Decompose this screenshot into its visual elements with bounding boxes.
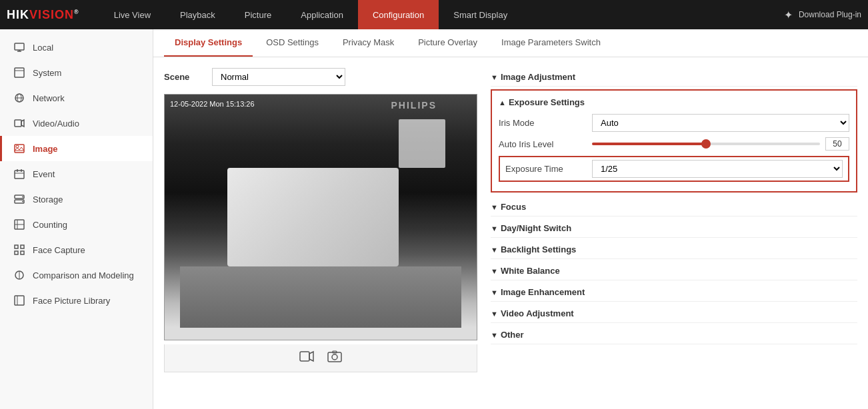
other-header[interactable]: ▼ Other	[491, 326, 857, 344]
image-adjustment-header[interactable]: ▼ Image Adjustment	[491, 68, 857, 87]
exposure-settings-header[interactable]: ▲ Exposure Settings	[499, 97, 849, 107]
white-balance-header[interactable]: ▼ White Balance	[491, 262, 857, 280]
preview-timestamp: 12-05-2022 Mon 15:13:26	[170, 100, 255, 108]
focus-section: ▼ Focus	[491, 198, 857, 216]
scene-row: Scene Normal Indoor Outdoor Low Light	[164, 68, 477, 86]
sidebar-item-local[interactable]: Local	[0, 35, 153, 60]
focus-header[interactable]: ▼ Focus	[491, 198, 857, 216]
preview-controls	[164, 344, 477, 372]
exposure-settings-label: Exposure Settings	[509, 97, 585, 107]
sidebar-item-network[interactable]: Network	[0, 85, 153, 111]
content: Display Settings OSD Settings Privacy Ma…	[153, 29, 868, 409]
svg-rect-0	[15, 43, 24, 50]
sidebar-label-storage: Storage	[33, 195, 63, 204]
image-enhancement-header[interactable]: ▼ Image Enhancement	[491, 283, 857, 302]
svg-point-19	[22, 197, 23, 198]
video-adjustment-section: ▼ Video Adjustment	[491, 304, 857, 323]
focus-arrow: ▼	[491, 203, 498, 211]
day-night-label: Day/Night Switch	[501, 223, 571, 233]
svg-rect-32	[300, 352, 309, 361]
scene-select[interactable]: Normal Indoor Outdoor Low Light	[212, 68, 345, 86]
system-icon	[13, 66, 26, 79]
download-plugin[interactable]: ✦ Download Plug-in	[781, 9, 861, 21]
logo-accent: VISION	[29, 8, 74, 21]
video-adjustment-header[interactable]: ▼ Video Adjustment	[491, 304, 857, 323]
monitor-icon	[13, 41, 26, 54]
logo-text: HIK	[7, 8, 29, 21]
svg-rect-25	[21, 245, 24, 248]
iris-mode-row: Iris Mode Auto Manual Fixed	[499, 114, 849, 132]
sidebar-label-face-capture: Face Capture	[33, 245, 85, 255]
nav-playback[interactable]: Playback	[165, 0, 230, 29]
sidebar-label-face-library: Face Picture Library	[33, 296, 110, 306]
sidebar-label-comparison: Comparison and Modeling	[33, 270, 134, 280]
sidebar-label-local: Local	[33, 43, 53, 53]
sidebar-item-face-library[interactable]: Face Picture Library	[0, 288, 153, 313]
right-panel: ▼ Image Adjustment ▲ Exposure Settings I…	[491, 68, 857, 372]
focus-label: Focus	[501, 202, 526, 212]
auto-iris-level-row: Auto Iris Level 50	[499, 137, 849, 151]
svg-rect-26	[15, 251, 18, 254]
iris-mode-select[interactable]: Auto Manual Fixed	[592, 114, 849, 132]
tab-image-params[interactable]: Image Parameters Switch	[491, 29, 611, 57]
event-icon	[13, 167, 26, 181]
video-adjustment-label: Video Adjustment	[501, 308, 574, 318]
backlight-header[interactable]: ▼ Backlight Settings	[491, 240, 857, 259]
compare-icon	[13, 268, 26, 282]
sidebar-item-system[interactable]: System	[0, 60, 153, 85]
sidebar-item-face-capture[interactable]: Face Capture	[0, 237, 153, 262]
sidebar-item-event[interactable]: Event	[0, 161, 153, 187]
nav-configuration[interactable]: Configuration	[358, 0, 439, 29]
snapshot-button[interactable]	[327, 350, 342, 366]
tab-display-settings[interactable]: Display Settings	[164, 29, 253, 57]
sidebar-label-network: Network	[33, 93, 65, 103]
sidebar-item-storage[interactable]: Storage	[0, 187, 153, 212]
tab-picture-overlay[interactable]: Picture Overlay	[407, 29, 488, 57]
sidebar-item-counting[interactable]: Counting	[0, 212, 153, 237]
svg-marker-9	[21, 120, 24, 127]
nav-picture[interactable]: Picture	[230, 0, 286, 29]
auto-iris-level-label: Auto Iris Level	[499, 139, 585, 149]
exposure-time-label: Exposure Time	[505, 164, 592, 174]
iris-mode-label: Iris Mode	[499, 118, 585, 128]
auto-iris-slider-thumb[interactable]	[701, 139, 711, 149]
image-enhancement-label: Image Enhancement	[501, 287, 585, 297]
day-night-header[interactable]: ▼ Day/Night Switch	[491, 219, 857, 238]
sidebar-label-system: System	[33, 68, 61, 78]
svg-point-35	[332, 354, 337, 360]
svg-marker-33	[309, 352, 313, 361]
plugin-icon: ✦	[784, 9, 793, 21]
svg-rect-30	[15, 296, 24, 305]
left-panel: Scene Normal Indoor Outdoor Low Light 12…	[164, 68, 477, 372]
image-adjustment-arrow: ▼	[491, 73, 498, 81]
tab-osd-settings[interactable]: OSD Settings	[255, 29, 329, 57]
day-night-arrow: ▼	[491, 224, 498, 232]
storage-icon	[13, 193, 26, 206]
exposure-time-select[interactable]: 1/25 1/50 1/100 1/250 1/500 1/1000 1/200…	[592, 160, 843, 178]
nav-application[interactable]: Application	[286, 0, 358, 29]
content-area: Scene Normal Indoor Outdoor Low Light 12…	[153, 57, 868, 383]
image-enhancement-arrow: ▼	[491, 288, 498, 296]
face-icon	[13, 243, 26, 256]
image-adjustment-section: ▼ Image Adjustment	[491, 68, 857, 87]
counting-icon	[13, 218, 26, 231]
exposure-time-row: Exposure Time 1/25 1/50 1/100 1/250 1/50…	[499, 156, 849, 182]
image-icon	[13, 142, 26, 155]
day-night-section: ▼ Day/Night Switch	[491, 219, 857, 238]
sidebar: Local System Network Video/Audio Image	[0, 29, 153, 409]
sidebar-label-counting: Counting	[33, 220, 67, 230]
record-button[interactable]	[299, 350, 314, 366]
image-enhancement-section: ▼ Image Enhancement	[491, 283, 857, 302]
logo-reg: ®	[74, 9, 79, 15]
sidebar-label-image: Image	[33, 144, 58, 154]
nav-live-view[interactable]: Live View	[99, 0, 165, 29]
svg-rect-24	[15, 245, 18, 248]
other-arrow: ▼	[491, 331, 498, 339]
tab-privacy-mask[interactable]: Privacy Mask	[332, 29, 405, 57]
white-balance-section: ▼ White Balance	[491, 262, 857, 280]
download-label: Download Plug-in	[799, 10, 861, 19]
nav-smart-display[interactable]: Smart Display	[439, 0, 522, 29]
sidebar-item-comparison[interactable]: Comparison and Modeling	[0, 262, 153, 288]
sidebar-item-image[interactable]: Image	[0, 136, 153, 161]
sidebar-item-video-audio[interactable]: Video/Audio	[0, 111, 153, 136]
